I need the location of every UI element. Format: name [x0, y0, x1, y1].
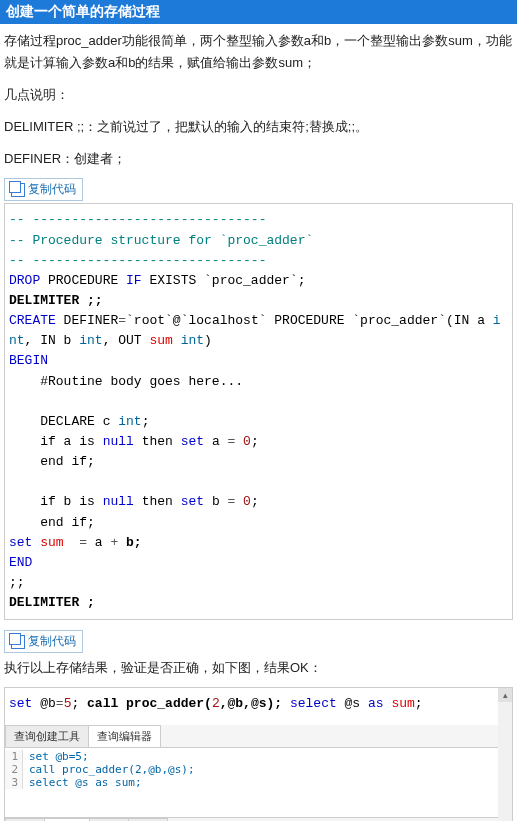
editor-top-tabs: 查询创建工具 查询编辑器 — [5, 725, 512, 748]
line-gutter: 1 2 3 — [5, 750, 23, 789]
intro-p1: 存储过程proc_adder功能很简单，两个整型输入参数a和b，一个整型输出参数… — [0, 24, 517, 78]
scrollbar[interactable]: ▴ — [498, 688, 512, 821]
tab-info[interactable]: 信息 — [5, 818, 45, 821]
mid-text: 执行以上存储结果，验证是否正确，如下图，结果OK： — [0, 655, 517, 683]
intro-p2: 几点说明： — [0, 78, 517, 110]
tab-query-tool[interactable]: 查询创建工具 — [5, 725, 89, 747]
tab-profile[interactable]: 概况 — [89, 818, 129, 821]
editor-code-area[interactable]: 1 2 3 set @b=5; call proc_adder(2,@b,@s)… — [5, 748, 512, 791]
code-block-1: -- ------------------------------ -- Pro… — [4, 203, 513, 620]
code-lines: set @b=5; call proc_adder(2,@b,@s); sele… — [23, 750, 195, 789]
copy-code-button[interactable]: 复制代码 — [4, 178, 83, 201]
copy-label: 复制代码 — [28, 633, 76, 650]
intro-p3: DELIMITER ;;：之前说过了，把默认的输入的结束符;替换成;;。 — [0, 110, 517, 142]
tab-result1[interactable]: 结果1 — [44, 818, 90, 821]
editor-bottom-tabs: 信息 结果1 概况 状态 — [5, 817, 512, 821]
copy-icon — [11, 635, 25, 649]
code-block-2: set @b=5; call proc_adder(2,@b,@s); sele… — [5, 688, 512, 724]
section-title: 创建一个简单的存储过程 — [0, 0, 517, 24]
copy-code-button-2[interactable]: 复制代码 — [4, 630, 83, 653]
scroll-up-icon[interactable]: ▴ — [498, 688, 512, 702]
tab-status[interactable]: 状态 — [128, 818, 168, 821]
copy-label: 复制代码 — [28, 181, 76, 198]
editor-screenshot: ▴ set @b=5; call proc_adder(2,@b,@s); se… — [4, 687, 513, 821]
intro-p4: DEFINER：创建者； — [0, 142, 517, 174]
tab-query-editor[interactable]: 查询编辑器 — [88, 725, 161, 747]
copy-icon — [11, 183, 25, 197]
